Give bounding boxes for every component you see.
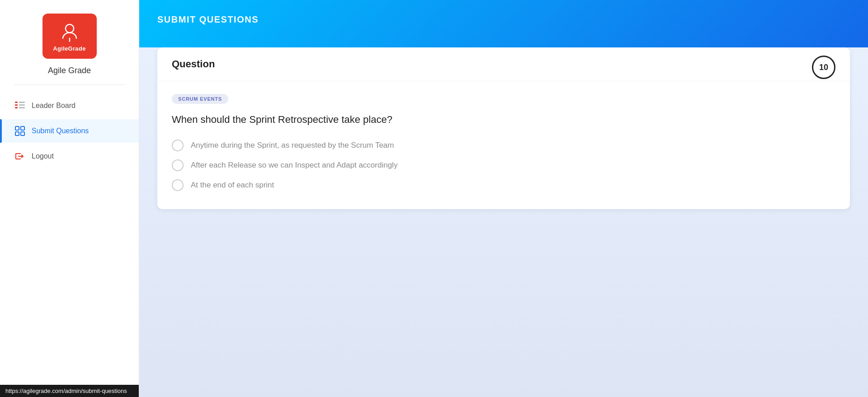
question-card-header: Question 10: [157, 47, 850, 81]
sidebar-item-submit-questions[interactable]: Submit Questions: [0, 119, 139, 143]
svg-rect-9: [15, 132, 19, 135]
sidebar-item-logout-label: Logout: [32, 152, 54, 160]
question-card: Question 10 SCRUM EVENTS When should the…: [157, 47, 850, 209]
question-timer: 10: [812, 56, 835, 79]
content-area: Question 10 SCRUM EVENTS When should the…: [139, 47, 868, 397]
page-title: SUBMIT QUESTIONS: [157, 14, 259, 25]
svg-rect-4: [19, 102, 25, 103]
svg-rect-10: [21, 132, 24, 135]
answer-options: Anytime during the Sprint, as requested …: [172, 140, 835, 191]
logout-icon: [14, 151, 25, 162]
grid-icon: [14, 126, 25, 136]
question-label: Question: [172, 58, 215, 70]
logo-box: AgileGrade: [42, 14, 97, 59]
radio-a[interactable]: [172, 140, 184, 151]
sidebar-item-leaderboard[interactable]: Leader Board: [0, 94, 139, 117]
svg-rect-7: [15, 126, 19, 130]
sidebar-nav: Leader Board Submit Questions: [0, 94, 139, 168]
list-icon: [14, 100, 25, 111]
answer-text-c: At the end of each sprint: [191, 181, 274, 190]
svg-rect-6: [19, 107, 25, 108]
svg-rect-8: [21, 126, 24, 130]
radio-b[interactable]: [172, 159, 184, 171]
answer-option-c[interactable]: At the end of each sprint: [172, 179, 835, 191]
status-url: https://agilegrade.com/admin/submit-ques…: [5, 388, 127, 394]
sidebar-item-leaderboard-label: Leader Board: [32, 102, 75, 110]
question-text: When should the Sprint Retrospective tak…: [172, 113, 835, 127]
answer-text-b: After each Release so we can Inspect and…: [191, 161, 397, 170]
question-card-body: SCRUM EVENTS When should the Sprint Retr…: [157, 81, 850, 209]
answer-text-a: Anytime during the Sprint, as requested …: [191, 141, 394, 150]
logo-text: AgileGrade: [53, 45, 85, 52]
status-bar: https://agilegrade.com/admin/submit-ques…: [0, 385, 139, 397]
category-badge: SCRUM EVENTS: [172, 94, 228, 104]
sidebar-divider: [14, 84, 125, 85]
sidebar: AgileGrade Agile Grade Leader Board: [0, 0, 139, 397]
answer-option-b[interactable]: After each Release so we can Inspect and…: [172, 159, 835, 171]
agilegrade-logo-icon: [58, 21, 81, 43]
app-name: Agile Grade: [48, 66, 91, 75]
svg-rect-2: [15, 104, 18, 106]
svg-point-0: [65, 24, 73, 32]
svg-rect-1: [15, 102, 18, 103]
svg-rect-3: [15, 107, 18, 108]
svg-rect-5: [19, 104, 25, 106]
radio-c[interactable]: [172, 179, 184, 191]
sidebar-item-submit-questions-label: Submit Questions: [32, 127, 89, 135]
main-content: SUBMIT QUESTIONS Question 10 SCRUM EVENT…: [139, 0, 868, 397]
answer-option-a[interactable]: Anytime during the Sprint, as requested …: [172, 140, 835, 151]
sidebar-item-logout[interactable]: Logout: [0, 145, 139, 168]
active-bar: [0, 119, 2, 143]
